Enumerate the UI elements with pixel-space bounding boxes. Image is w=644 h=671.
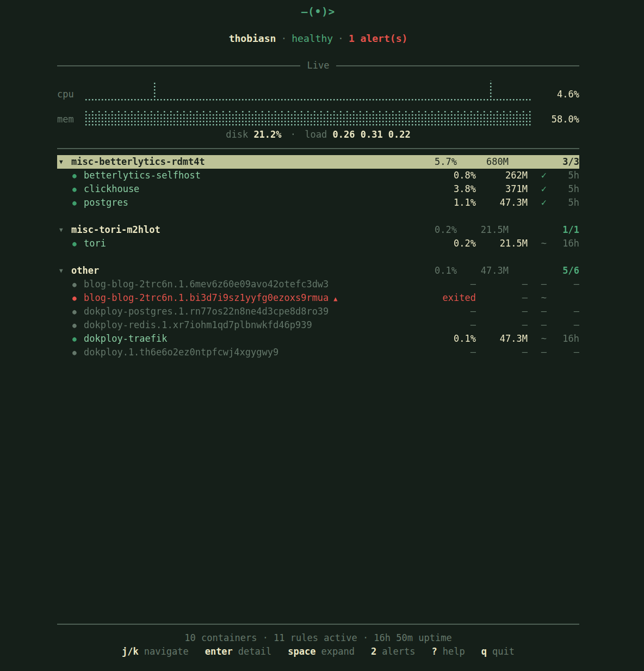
status-cell: – bbox=[528, 305, 547, 318]
group-gap bbox=[57, 210, 579, 223]
mem-value: 58.0% bbox=[534, 113, 579, 126]
container-name: clickhouse bbox=[84, 182, 427, 196]
group-count-cell: 5/6 bbox=[528, 264, 579, 278]
warning-icon: ▲ bbox=[329, 295, 337, 303]
group-row[interactable]: ▼ other 0.1% 47.3M 5/6 bbox=[57, 264, 579, 278]
key-action-label: expand bbox=[321, 645, 354, 658]
key-action-label: detail bbox=[238, 645, 271, 658]
container-row[interactable]: ● blog-blog-2trc6n.1.6mev6z60e09avo42ote… bbox=[57, 278, 579, 291]
status-bullet-icon: ● bbox=[71, 291, 84, 305]
container-row[interactable]: ● dokploy-postgres.1.rn77os22n8ne4d3cpe8… bbox=[57, 305, 579, 318]
status-bullet-icon: ● bbox=[71, 346, 84, 359]
mem-cell: – bbox=[476, 305, 528, 318]
status-cell: – bbox=[528, 318, 547, 332]
container-row[interactable]: ● clickhouse 3.8% 371M ✓ 5h bbox=[57, 182, 579, 196]
key-name: q bbox=[481, 645, 487, 658]
load-value: 0.26 0.31 0.22 bbox=[333, 129, 411, 140]
status-bullet-icon: ● bbox=[71, 318, 84, 332]
uptime-cell: 5h bbox=[547, 182, 579, 196]
load-label: load bbox=[305, 129, 327, 140]
status-cell: ~ bbox=[528, 332, 547, 346]
cpu-cell: 0.1% bbox=[427, 332, 476, 346]
group-name: misc-betterlytics-rdmt4t bbox=[71, 155, 408, 169]
cpu-cell: 3.8% bbox=[427, 182, 476, 196]
container-row[interactable]: ● blog-blog-2trc6n.1.bi3d7i9sz1yyfg0ezox… bbox=[57, 291, 579, 305]
mem-label: mem bbox=[57, 113, 85, 126]
key-hint[interactable]: 2 alerts bbox=[371, 645, 416, 658]
separator-line bbox=[57, 65, 300, 66]
uptime-cell: – bbox=[547, 346, 579, 359]
status-cell: ✓ bbox=[528, 169, 547, 182]
key-hint[interactable]: enter detail bbox=[205, 645, 272, 658]
main-content: –(•)> thobiasn·healthy·1 alert(s) Live c… bbox=[57, 0, 579, 359]
live-section-title: Live bbox=[300, 59, 337, 72]
cpu-cell: 0.2% bbox=[427, 237, 476, 250]
container-name: dokploy-traefik bbox=[84, 332, 427, 346]
container-table: ▼ misc-betterlytics-rdmt4t 5.7% 680M 3/3… bbox=[57, 155, 579, 359]
cpu-label: cpu bbox=[57, 88, 85, 101]
table-separator bbox=[57, 148, 579, 149]
group-status-cell bbox=[509, 264, 528, 278]
mem-cell: 21.5M bbox=[476, 237, 528, 250]
cpu-cell: – bbox=[427, 318, 476, 332]
key-hint[interactable]: q quit bbox=[481, 645, 515, 658]
group-count-cell: 3/3 bbox=[528, 155, 579, 169]
status-bullet-icon: ● bbox=[71, 169, 84, 182]
container-name: dokploy-redis.1.xr7iohm1qd7plbnwkfd46p93… bbox=[84, 318, 427, 332]
key-action-label: alerts bbox=[382, 645, 415, 658]
statline-separator: · bbox=[287, 129, 299, 140]
group-status-cell bbox=[509, 223, 528, 237]
container-name: blog-blog-2trc6n.1.6mev6z60e09avo42otefc… bbox=[84, 278, 427, 291]
container-row[interactable]: ● tori 0.2% 21.5M ~ 16h bbox=[57, 237, 579, 250]
stats-line: 10 containers · 11 rules active · 16h 50… bbox=[57, 631, 579, 645]
uptime-cell: – bbox=[547, 318, 579, 332]
container-name: tori bbox=[84, 237, 427, 250]
status-bullet-icon: ● bbox=[71, 278, 84, 291]
status-cell: ~ bbox=[528, 291, 547, 305]
status-cell: – bbox=[528, 346, 547, 359]
health-status: healthy bbox=[292, 33, 333, 44]
group-row[interactable]: ▼ misc-betterlytics-rdmt4t 5.7% 680M 3/3 bbox=[57, 155, 579, 169]
key-name: j/k bbox=[122, 645, 139, 658]
cpu-sparkline bbox=[85, 81, 534, 102]
expand-arrow-icon: ▼ bbox=[57, 264, 71, 278]
alerts-badge[interactable]: 1 alert(s) bbox=[349, 33, 407, 44]
group-count-cell: 1/1 bbox=[528, 223, 579, 237]
separator-line bbox=[336, 65, 579, 66]
uptime-cell: – bbox=[547, 305, 579, 318]
group-cpu-cell: 5.7% bbox=[408, 155, 457, 169]
status-bullet-icon: ● bbox=[71, 332, 84, 346]
container-name: dokploy.1.th6e6o2ez0ntpfcwj4xgygwy9 bbox=[84, 346, 427, 359]
mem-cell: – bbox=[476, 318, 528, 332]
footer: 10 containers · 11 rules active · 16h 50… bbox=[57, 624, 579, 658]
hostname-label: thobiasn bbox=[229, 33, 276, 44]
key-hint[interactable]: j/k navigate bbox=[122, 645, 189, 658]
container-name: postgres bbox=[84, 196, 427, 210]
group-cpu-cell: 0.1% bbox=[408, 264, 457, 278]
mem-cell: – bbox=[476, 278, 528, 291]
container-row[interactable]: ● dokploy-redis.1.xr7iohm1qd7plbnwkfd46p… bbox=[57, 318, 579, 332]
uptime-cell: – bbox=[547, 278, 579, 291]
cpu-cell: – bbox=[427, 305, 476, 318]
key-name: enter bbox=[205, 645, 233, 658]
container-row[interactable]: ● postgres 1.1% 47.3M ✓ 5h bbox=[57, 196, 579, 210]
container-name: blog-blog-2trc6n.1.bi3d7i9sz1yyfg0ezoxs9… bbox=[84, 291, 427, 305]
group-row[interactable]: ▼ misc-tori-m2hlot 0.2% 21.5M 1/1 bbox=[57, 223, 579, 237]
expand-arrow-icon: ▼ bbox=[57, 223, 71, 237]
uptime-cell: 16h bbox=[547, 237, 579, 250]
uptime-cell: 16h bbox=[547, 332, 579, 346]
key-hint[interactable]: space expand bbox=[288, 645, 355, 658]
key-action-label: navigate bbox=[144, 645, 189, 658]
container-row[interactable]: ● dokploy-traefik 0.1% 47.3M ~ 16h bbox=[57, 332, 579, 346]
status-bullet-icon: ● bbox=[71, 196, 84, 210]
mem-cell: 262M bbox=[476, 169, 528, 182]
key-hint[interactable]: ? help bbox=[432, 645, 465, 658]
mem-cell: – bbox=[476, 346, 528, 359]
footer-separator bbox=[57, 624, 579, 625]
container-name: dokploy-postgres.1.rn77os22n8ne4d3cpe8d8… bbox=[84, 305, 427, 318]
container-row[interactable]: ● betterlytics-selfhost 0.8% 262M ✓ 5h bbox=[57, 169, 579, 182]
mem-cell: 47.3M bbox=[476, 196, 528, 210]
disk-value: 21.2% bbox=[253, 129, 281, 140]
container-row[interactable]: ● dokploy.1.th6e6o2ez0ntpfcwj4xgygwy9 – … bbox=[57, 346, 579, 359]
container-name: betterlytics-selfhost bbox=[84, 169, 427, 182]
